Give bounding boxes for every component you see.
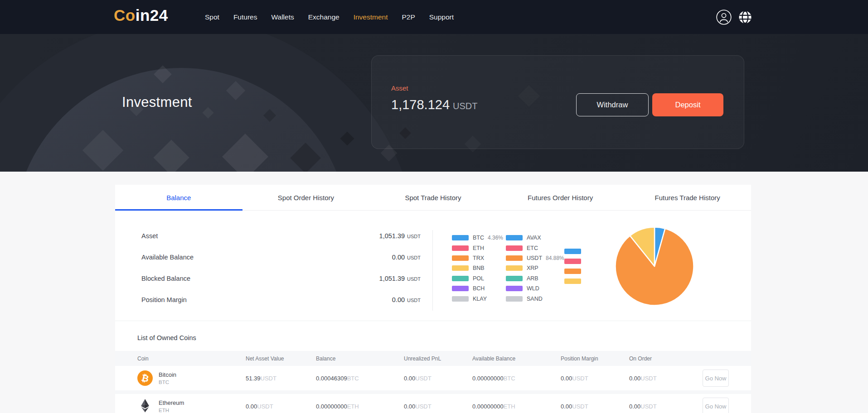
legend-swatch-blue	[564, 249, 581, 254]
nav-item-investment[interactable]: Investment	[354, 13, 388, 21]
legend-swatch-pink	[564, 259, 581, 264]
cell-net-asset-value: 0.00USDT	[246, 403, 316, 410]
nav-menu: SpotFuturesWalletsExchangeInvestmentP2PS…	[205, 0, 454, 34]
cell-value: 0.00	[246, 403, 257, 410]
action-cell: Go Now	[703, 398, 751, 413]
legend-swatch	[452, 265, 469, 271]
cell-on-order: 0.00USDT	[629, 403, 703, 410]
nav-icons	[716, 0, 752, 34]
legend-swatch	[506, 235, 523, 240]
language-button[interactable]	[738, 10, 752, 24]
balance-row-unit: USDT	[407, 255, 421, 260]
nav-item-exchange[interactable]: Exchange	[308, 13, 339, 21]
asset-summary-card: Asset 1,178.124USDT Withdraw Deposit	[371, 55, 744, 149]
balance-row-value: 1,051.39USDT	[379, 275, 421, 282]
balance-row-label: Blocked Balance	[141, 275, 190, 282]
balance-row-unit: USDT	[407, 234, 421, 239]
cell-unit: USDT	[640, 375, 656, 382]
tabs-bar: BalanceSpot Order HistorySpot Trade Hist…	[115, 185, 751, 211]
legend-swatch	[452, 276, 469, 281]
column-header-balance: Balance	[316, 355, 404, 362]
owned-coins-table-header: CoinNet Asset ValueBalanceUnrealized PnL…	[115, 351, 751, 366]
balance-row-label: Available Balance	[141, 254, 194, 261]
balance-row-value: 0.00USDT	[392, 254, 421, 261]
legend-label: XRP	[527, 265, 538, 271]
row-separator	[115, 390, 751, 394]
cell-balance: 0.00046309BTC	[316, 375, 404, 382]
asset-card-buttons: Withdraw Deposit	[576, 93, 723, 116]
column-header-coin: Coin	[137, 355, 246, 362]
coin-row-bitcoin: ₿BitcoinBTC51.39USDT0.00046309BTC0.00USD…	[115, 366, 751, 390]
cell-value: 0.00	[404, 403, 415, 410]
balance-row-amount: 1,051.39	[379, 275, 405, 282]
coin-cell-bitcoin: ₿BitcoinBTC	[137, 370, 246, 386]
legend-column-2: AVAXETCUSDT84.88%XRPARBWLDSAND	[506, 233, 564, 304]
legend-item-avax: AVAX	[506, 233, 564, 243]
content-card: BalanceSpot Order HistorySpot Trade Hist…	[115, 185, 751, 413]
account-button[interactable]	[716, 9, 732, 25]
nav-item-support[interactable]: Support	[429, 13, 454, 21]
nav-item-spot[interactable]: Spot	[205, 13, 219, 21]
coin-symbol: BTC	[159, 379, 176, 385]
balance-row-position-margin: Position Margin0.00USDT	[141, 289, 421, 310]
withdraw-button[interactable]: Withdraw	[576, 93, 649, 116]
deposit-button[interactable]: Deposit	[652, 93, 723, 116]
balance-row-label: Position Margin	[141, 296, 187, 303]
go-now-button[interactable]: Go Now	[703, 370, 729, 387]
balance-row-blocked-balance: Blocked Balance1,051.39USDT	[141, 268, 421, 289]
pie-legend: BTC4.36%ETHTRXBNBPOLBCHKLAYAVAXETCUSDT84…	[452, 233, 564, 304]
legend-label: SAND	[527, 296, 543, 302]
pie-legend-extra-swatches	[564, 249, 581, 288]
tab-futures-order-history[interactable]: Futures Order History	[497, 185, 624, 210]
owned-coins-title: List of Owned Coins	[137, 334, 196, 341]
cell-value: 0.00000000	[316, 403, 347, 410]
coin-cell-ethereum: EthereumETH	[137, 398, 246, 413]
cell-unrealized-pnl: 0.00USDT	[404, 403, 472, 410]
legend-item-arb: ARB	[506, 274, 564, 283]
legend-label: WLD	[527, 285, 539, 292]
balance-summary: Asset1,051.39USDTAvailable Balance0.00US…	[141, 225, 421, 310]
cell-unit: BTC	[347, 375, 359, 382]
cell-on-order: 0.00USDT	[629, 375, 703, 382]
cell-unit: BTC	[504, 375, 515, 382]
legend-label: TRX	[473, 255, 484, 261]
go-now-button[interactable]: Go Now	[703, 398, 729, 413]
legend-label: ETH	[473, 245, 484, 251]
legend-swatch	[452, 296, 469, 302]
legend-label: USDT	[527, 255, 542, 261]
nav-item-wallets[interactable]: Wallets	[271, 13, 294, 21]
legend-item-sand: SAND	[506, 293, 564, 303]
tab-spot-order-history[interactable]: Spot Order History	[242, 185, 370, 210]
column-header-unrealized-pnl: Unrealized PnL	[404, 355, 472, 362]
cell-net-asset-value: 51.39USDT	[246, 375, 316, 382]
cell-available-balance: 0.00000000ETH	[472, 403, 561, 410]
coin-row-ethereum: EthereumETH0.00USDT0.00000000ETH0.00USDT…	[115, 394, 751, 413]
asset-amount: 1,178.124	[391, 97, 450, 112]
asset-allocation-pie-chart	[614, 226, 695, 307]
legend-swatch-orange	[564, 269, 581, 274]
cell-unrealized-pnl: 0.00USDT	[404, 375, 472, 382]
nav-item-p2p[interactable]: P2P	[402, 13, 415, 21]
tab-spot-trade-history[interactable]: Spot Trade History	[369, 185, 497, 210]
tab-futures-trade-history[interactable]: Futures Trade History	[624, 185, 751, 210]
coin-text: EthereumETH	[159, 399, 184, 413]
cell-value: 0.00000000	[472, 375, 504, 382]
legend-item-xrp: XRP	[506, 263, 564, 273]
brand-logo-secondary: in24	[136, 6, 168, 24]
user-icon	[716, 9, 732, 25]
brand-logo[interactable]: Coin24	[114, 6, 168, 24]
cell-unit: USDT	[415, 375, 431, 382]
cell-unit: USDT	[415, 403, 431, 410]
coin-name: Bitcoin	[159, 371, 176, 378]
cell-unit: ETH	[347, 403, 359, 410]
balance-row-value: 0.00USDT	[392, 296, 421, 303]
legend-label: BNB	[473, 265, 485, 271]
nav-item-futures[interactable]: Futures	[233, 13, 257, 21]
legend-label: KLAY	[473, 296, 487, 302]
legend-swatch	[452, 245, 469, 251]
legend-percent: 84.88%	[546, 255, 564, 261]
asset-card-label: Asset	[391, 84, 408, 92]
top-navbar: Coin24 SpotFuturesWalletsExchangeInvestm…	[0, 0, 868, 34]
tab-balance[interactable]: Balance	[115, 185, 242, 210]
legend-swatch	[506, 255, 523, 261]
